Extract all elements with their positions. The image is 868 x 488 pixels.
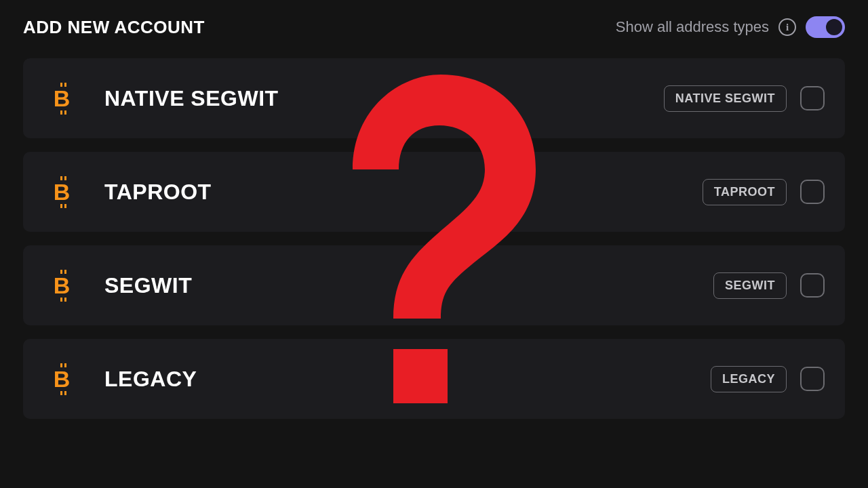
bitcoin-icon: B (50, 274, 73, 297)
info-icon[interactable] (778, 18, 796, 36)
account-label: NATIVE SEGWIT (104, 86, 633, 111)
account-checkbox[interactable] (800, 180, 825, 204)
account-badge: SEGWIT (713, 272, 787, 299)
row-actions: LEGACY (711, 366, 825, 392)
panel-header: ADD NEW ACCOUNT Show all address types (23, 16, 845, 38)
show-all-toggle[interactable] (806, 16, 845, 38)
toggle-knob (826, 19, 842, 35)
add-account-panel: ADD NEW ACCOUNT Show all address types B… (0, 0, 868, 488)
header-controls: Show all address types (616, 16, 845, 38)
account-checkbox[interactable] (800, 367, 825, 391)
account-type-list: B NATIVE SEGWIT NATIVE SEGWIT B TAPROOT … (23, 58, 845, 419)
bitcoin-icon: B (50, 87, 73, 110)
account-row-native-segwit[interactable]: B NATIVE SEGWIT NATIVE SEGWIT (23, 58, 845, 138)
account-label: TAPROOT (104, 180, 671, 205)
account-row-legacy[interactable]: B LEGACY LEGACY (23, 339, 845, 419)
panel-title: ADD NEW ACCOUNT (23, 17, 205, 38)
account-badge: LEGACY (711, 366, 787, 392)
account-badge: TAPROOT (703, 179, 787, 205)
row-actions: NATIVE SEGWIT (664, 85, 825, 112)
account-checkbox[interactable] (800, 273, 825, 298)
account-row-taproot[interactable]: B TAPROOT TAPROOT (23, 152, 845, 232)
row-actions: TAPROOT (703, 179, 825, 205)
show-all-label: Show all address types (616, 18, 769, 36)
row-actions: SEGWIT (713, 272, 825, 299)
bitcoin-icon: B (50, 367, 73, 390)
account-label: SEGWIT (104, 273, 682, 298)
account-checkbox[interactable] (800, 86, 825, 110)
bitcoin-icon: B (50, 180, 73, 203)
account-label: LEGACY (104, 367, 679, 392)
account-row-segwit[interactable]: B SEGWIT SEGWIT (23, 245, 845, 325)
account-badge: NATIVE SEGWIT (664, 85, 787, 112)
